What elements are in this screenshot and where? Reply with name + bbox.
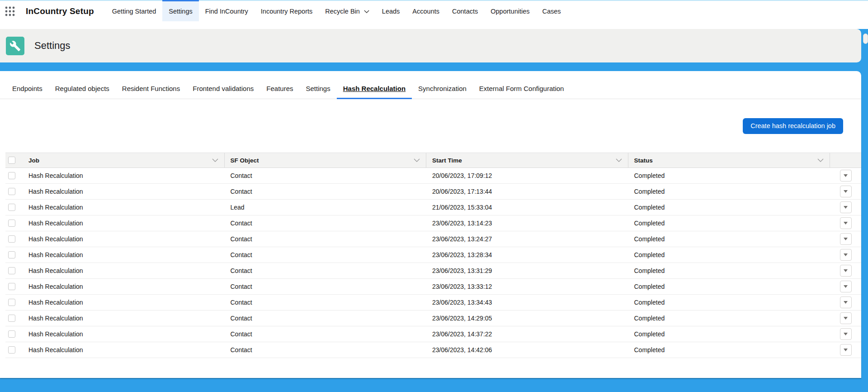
page-canvas: Settings EndpointsRegulated objectsResid… (0, 29, 868, 392)
row-actions-menu-button[interactable] (840, 217, 852, 229)
column-header-status[interactable]: Status (628, 153, 830, 167)
row-select-cell (5, 200, 23, 215)
table-row: Hash RecalculationContact23/06/2023, 14:… (5, 311, 861, 326)
row-actions-menu-button[interactable] (840, 281, 852, 292)
vertical-scrollbar-thumb[interactable] (863, 33, 868, 44)
row-select-cell (5, 342, 23, 358)
status-cell: Completed (628, 184, 830, 199)
job-cell: Hash Recalculation (23, 279, 225, 294)
start-time-cell: 23/06/2023, 13:31:29 (426, 263, 628, 278)
nav-item-label: Accounts (412, 8, 439, 15)
row-checkbox[interactable] (8, 267, 15, 274)
column-header-start-time[interactable]: Start Time (426, 153, 628, 167)
tab-synchronization[interactable]: Synchronization (412, 85, 473, 99)
row-actions-menu-button[interactable] (840, 296, 852, 308)
row-actions-cell (830, 247, 861, 263)
nav-item-accounts[interactable]: Accounts (406, 0, 446, 21)
nav-item-incountry-reports[interactable]: Incountry Reports (255, 0, 319, 21)
column-header-job[interactable]: Job (23, 153, 225, 167)
row-select-cell (5, 279, 23, 294)
nav-item-label: Cases (542, 8, 561, 15)
row-checkbox[interactable] (8, 220, 15, 227)
row-select-cell (5, 215, 23, 231)
status-cell: Completed (628, 247, 830, 263)
triangle-down-icon (844, 301, 848, 304)
triangle-down-icon (844, 317, 848, 320)
table-row: Hash RecalculationContact23/06/2023, 13:… (5, 247, 861, 263)
row-checkbox[interactable] (8, 315, 15, 322)
triangle-down-icon (844, 349, 848, 351)
row-checkbox[interactable] (8, 235, 15, 243)
table-body: Hash RecalculationContact20/06/2023, 17:… (5, 168, 861, 358)
tab-frontend-validations[interactable]: Frontend validations (186, 85, 260, 99)
row-checkbox[interactable] (8, 299, 15, 306)
row-actions-menu-button[interactable] (840, 265, 852, 277)
row-checkbox[interactable] (8, 172, 15, 179)
tab-endpoints[interactable]: Endpoints (6, 85, 49, 99)
start-time-cell: 23/06/2023, 13:24:27 (426, 231, 628, 247)
tab-external-form-configuration[interactable]: External Form Configuration (473, 85, 571, 99)
table-row: Hash RecalculationContact23/06/2023, 13:… (5, 279, 861, 295)
row-actions-menu-button[interactable] (840, 201, 852, 213)
sf-object-cell: Contact (225, 215, 427, 231)
nav-item-leads[interactable]: Leads (376, 0, 406, 21)
nav-item-contacts[interactable]: Contacts (446, 0, 484, 21)
nav-item-opportunities[interactable]: Opportunities (484, 0, 536, 21)
row-select-cell (5, 311, 23, 326)
chevron-down-icon (364, 10, 369, 13)
sf-object-cell: Contact (225, 184, 427, 199)
tab-resident-functions[interactable]: Resident Functions (116, 85, 186, 99)
row-checkbox[interactable] (8, 251, 15, 258)
select-all-checkbox[interactable] (8, 157, 15, 164)
tab-settings[interactable]: Settings (300, 85, 337, 99)
row-actions-menu-button[interactable] (840, 312, 852, 324)
job-cell: Hash Recalculation (23, 342, 225, 358)
nav-item-label: Recycle Bin (325, 8, 360, 15)
job-cell: Hash Recalculation (23, 263, 225, 278)
row-actions-menu-button[interactable] (840, 344, 852, 356)
triangle-down-icon (844, 174, 848, 177)
tab-hash-recalculation[interactable]: Hash Recalculation (337, 85, 412, 99)
table-row: Hash RecalculationContact23/06/2023, 13:… (5, 263, 861, 279)
chevron-down-icon (212, 158, 218, 162)
nav-item-settings[interactable]: Settings (162, 0, 198, 21)
status-cell: Completed (628, 295, 830, 310)
app-launcher-icon[interactable] (4, 5, 16, 17)
row-checkbox[interactable] (8, 330, 15, 338)
status-cell: Completed (628, 279, 830, 294)
job-cell: Hash Recalculation (23, 168, 225, 183)
row-select-cell (5, 231, 23, 247)
nav-item-label: Find InCountry (205, 8, 248, 15)
page-title: Settings (34, 40, 71, 52)
row-actions-cell (830, 215, 861, 231)
row-actions-menu-button[interactable] (840, 186, 852, 197)
row-checkbox[interactable] (8, 188, 15, 195)
row-select-cell (5, 184, 23, 199)
row-actions-menu-button[interactable] (840, 170, 852, 182)
row-actions-cell (830, 200, 861, 215)
row-actions-menu-button[interactable] (840, 249, 852, 261)
row-actions-cell (830, 263, 861, 278)
row-checkbox[interactable] (8, 283, 15, 290)
table-row: Hash RecalculationContact23/06/2023, 13:… (5, 231, 861, 247)
row-checkbox[interactable] (8, 204, 15, 211)
topnav-items: Getting StartedSettingsFind InCountryInc… (106, 0, 567, 21)
row-checkbox[interactable] (8, 346, 15, 354)
nav-item-getting-started[interactable]: Getting Started (106, 0, 163, 21)
table-row: Hash RecalculationContact20/06/2023, 17:… (5, 184, 861, 200)
nav-item-label: Contacts (452, 8, 478, 15)
nav-item-cases[interactable]: Cases (536, 0, 567, 21)
select-all-cell (5, 153, 23, 167)
tab-features[interactable]: Features (260, 85, 299, 99)
create-hash-recalculation-job-button[interactable]: Create hash recalculation job (743, 118, 843, 134)
tab-regulated-objects[interactable]: Regulated objects (49, 85, 116, 99)
nav-item-find-incountry[interactable]: Find InCountry (199, 0, 255, 21)
row-select-cell (5, 326, 23, 342)
sf-object-cell: Contact (225, 295, 427, 310)
table-row: Hash RecalculationContact23/06/2023, 14:… (5, 326, 861, 342)
row-actions-menu-button[interactable] (840, 233, 852, 245)
column-header-sf-object[interactable]: SF Object (225, 153, 427, 167)
row-actions-cell (830, 279, 861, 294)
row-actions-menu-button[interactable] (840, 328, 852, 340)
nav-item-recycle-bin[interactable]: Recycle Bin (319, 0, 376, 21)
